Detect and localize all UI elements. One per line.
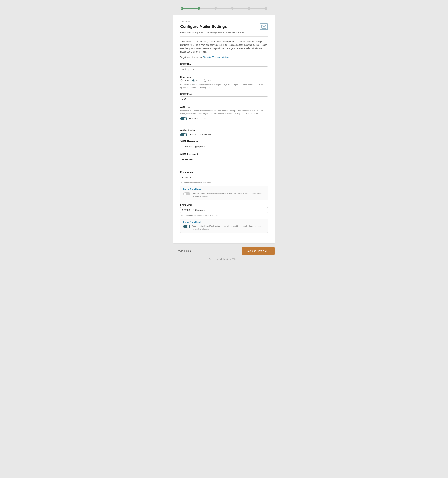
prev-step-label: Previous Step	[177, 250, 191, 252]
encryption-field: Encryption None SSL TLS For most servers…	[180, 76, 268, 89]
smtp-port-label: SMTP Port	[180, 93, 268, 95]
authentication-toggle-row: Enable Authentication	[180, 133, 268, 136]
step-label: Step 2 of 6	[180, 20, 268, 22]
from-name-hint: The name that emails are sent from.	[180, 181, 268, 184]
encryption-none-radio[interactable]	[180, 79, 183, 82]
progress-step-3	[214, 7, 217, 10]
section-divider-2	[180, 167, 268, 167]
progress-line-2	[200, 8, 214, 9]
auto-tls-description: By default, TLS encryption is automatica…	[180, 109, 268, 115]
force-from-name-box: Force From Name If enabled, the From Nam…	[180, 186, 268, 200]
subtitle: Below, we'll show you all of the setting…	[180, 31, 268, 34]
auto-tls-field: Auto TLS By default, TLS encryption is a…	[180, 106, 268, 120]
doc-link[interactable]: Other SMTP documentation	[203, 56, 228, 58]
save-continue-button[interactable]: Save and Continue →	[242, 247, 275, 254]
progress-step-1	[181, 7, 183, 10]
authentication-label: Authentication	[180, 129, 268, 132]
save-label: Save and Continue	[246, 250, 267, 252]
smtp-username-input[interactable]	[180, 144, 268, 149]
smtp-username-field: SMTP Username	[180, 140, 268, 149]
encryption-none-label: None	[184, 79, 189, 82]
encryption-tls-label: TLS	[207, 79, 211, 82]
force-from-name-slider	[183, 192, 190, 195]
smtp-password-input[interactable]	[180, 157, 268, 162]
auto-tls-toggle-label: Enable Auto TLS	[189, 117, 206, 120]
previous-step-button[interactable]: ← Previous Step	[173, 250, 191, 252]
encryption-ssl-radio[interactable]	[192, 79, 195, 82]
title-row: Configure Mailer Settings	[180, 24, 268, 30]
bottom-nav: ← Previous Step Save and Continue →	[173, 247, 275, 254]
force-from-name-desc: If enabled, the From Name setting above …	[192, 192, 265, 198]
authentication-slider	[180, 133, 187, 136]
progress-line-5	[251, 8, 265, 9]
encryption-ssl-option[interactable]: SSL	[192, 79, 200, 82]
close-wizard-link[interactable]: Close and exit the Setup Wizard	[209, 258, 239, 260]
progress-step-5	[248, 7, 251, 10]
save-arrow-icon: →	[268, 250, 270, 252]
prev-arrow-icon: ←	[173, 250, 176, 252]
close-wizard-row: Close and exit the Setup Wizard	[0, 258, 448, 260]
from-email-input[interactable]	[180, 207, 268, 213]
doc-link-prefix: To get started, read our	[180, 56, 203, 58]
section-divider-1	[180, 125, 268, 125]
main-card: Step 2 of 6 Configure Mailer Settings Be…	[173, 15, 275, 243]
force-from-email-slider	[183, 225, 190, 228]
encryption-tls-option[interactable]: TLS	[204, 79, 211, 82]
smtp-host-field: SMTP Host	[180, 63, 268, 72]
force-from-name-toggle-row: If enabled, the From Name setting above …	[183, 192, 265, 198]
force-from-email-desc: If enabled, the From Email setting above…	[192, 225, 265, 231]
smtp-port-input[interactable]	[180, 96, 268, 102]
from-name-input[interactable]	[180, 175, 268, 180]
progress-step-4	[231, 7, 234, 10]
progress-bar	[0, 4, 448, 15]
force-from-email-toggle-row: If enabled, the From Email setting above…	[183, 225, 265, 231]
force-from-email-title: Force From Email	[183, 221, 265, 223]
authentication-toggle[interactable]	[180, 133, 187, 136]
progress-line-1	[183, 8, 197, 9]
progress-step-6	[265, 7, 267, 10]
auto-tls-toggle[interactable]	[180, 117, 187, 120]
smtp-username-label: SMTP Username	[180, 140, 268, 143]
page-title: Configure Mailer Settings	[180, 24, 227, 29]
encryption-radio-group: None SSL TLS	[180, 79, 268, 82]
progress-line-3	[217, 8, 231, 9]
encryption-ssl-label: SSL	[196, 79, 200, 82]
smtp-host-label: SMTP Host	[180, 63, 268, 65]
progress-line-4	[234, 8, 248, 9]
smtp-password-field: SMTP Password	[180, 153, 268, 162]
from-email-field: From Email The email address that emails…	[180, 203, 268, 233]
auto-tls-slider	[180, 117, 187, 120]
smtp-port-field: SMTP Port	[180, 93, 268, 102]
doc-link-row: To get started, read our Other SMTP docu…	[180, 56, 268, 58]
from-email-label: From Email	[180, 203, 268, 206]
force-from-name-title: Force From Name	[183, 188, 265, 191]
encryption-none-option[interactable]: None	[180, 79, 189, 82]
authentication-field: Authentication Enable Authentication	[180, 129, 268, 136]
smtp-host-input[interactable]	[180, 66, 268, 72]
from-name-label: From Name	[180, 171, 268, 174]
encryption-label: Encryption	[180, 76, 268, 78]
encryption-hint: For most servers TLS is the recommended …	[180, 83, 268, 89]
smtp-password-label: SMTP Password	[180, 153, 268, 156]
auto-tls-label: Auto TLS	[180, 106, 268, 108]
authentication-toggle-label: Enable Authentication	[189, 133, 211, 136]
progress-step-2	[197, 7, 200, 10]
description-text: The Other SMTP option lets you send emai…	[180, 40, 268, 54]
force-from-email-box: Force From Email If enabled, the From Em…	[180, 219, 268, 233]
from-name-field: From Name The name that emails are sent …	[180, 171, 268, 200]
force-from-name-toggle[interactable]	[183, 192, 190, 195]
force-from-email-toggle[interactable]	[183, 225, 190, 228]
from-email-hint: The email address that emails are sent f…	[180, 214, 268, 217]
auto-tls-toggle-row: Enable Auto TLS	[180, 117, 268, 120]
mail-icon	[260, 24, 268, 30]
encryption-tls-radio[interactable]	[204, 79, 206, 82]
